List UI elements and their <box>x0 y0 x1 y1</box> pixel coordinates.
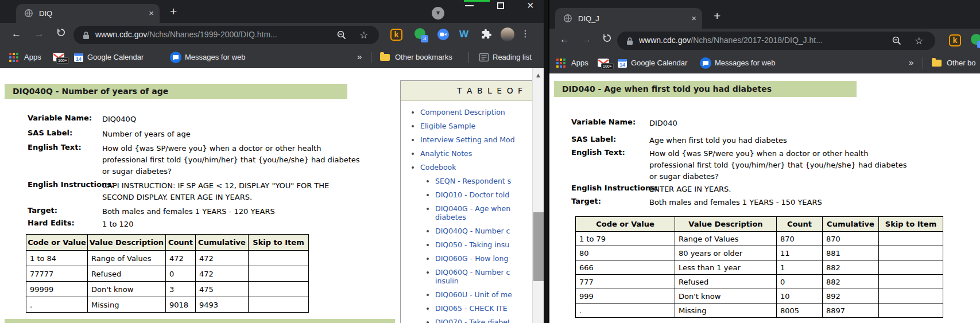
back-button[interactable]: ← <box>560 34 570 45</box>
minimize-button[interactable] <box>465 5 474 6</box>
tab-diq-j[interactable]: DIQ_J × <box>555 8 702 29</box>
scrollbar-thumb[interactable] <box>533 212 544 281</box>
tab-close-icon[interactable]: × <box>691 13 696 23</box>
cell: . <box>26 297 88 313</box>
cell: Range of Values <box>675 232 777 246</box>
cell: 8005 <box>777 303 823 318</box>
tab-search-caret[interactable]: ▾ <box>432 7 444 20</box>
folder-icon <box>380 54 390 61</box>
forward-button[interactable]: → <box>582 34 591 45</box>
toc-link-seqn[interactable]: SEQN - Respondent s <box>435 177 511 185</box>
toc-link-analytic-notes[interactable]: Analytic Notes <box>420 149 472 158</box>
globe-icon <box>24 9 33 18</box>
toc-link-diq060q[interactable]: DIQ060Q - Number c insulin <box>435 268 510 285</box>
field-value: Both males and females 1 YEARS - 120 YEA… <box>102 206 378 217</box>
k-extension-icon[interactable]: k <box>390 29 402 41</box>
bookmark-apps[interactable]: Apps <box>571 59 588 67</box>
bookmark-star-icon[interactable]: ☆ <box>915 35 923 47</box>
tab-diq[interactable]: DIQ × <box>16 4 160 23</box>
tab-close-icon[interactable]: × <box>149 8 154 18</box>
bookmarks-overflow-chevron[interactable]: » <box>909 57 913 67</box>
toc-link-diq040g[interactable]: DIQ040G - Age when diabetes <box>435 204 510 221</box>
screen: DIQ × + ▾ × ← → wwwn.cdc.gov/Nchs/Nhanes… <box>0 0 980 323</box>
apps-grid-icon[interactable] <box>9 53 18 62</box>
field-label: Variable Name: <box>571 118 636 126</box>
bookmarks-overflow-chevron[interactable]: » <box>357 52 362 61</box>
cell: 8897 <box>823 303 879 318</box>
field-label: Target: <box>28 206 57 215</box>
url-text: wwwn.cdc.gov/Nchs/Nhanes/1999-2000/DIQ.h… <box>95 30 277 39</box>
close-window-button[interactable]: × <box>527 0 534 10</box>
bookmark-google-calendar[interactable]: Google Calendar <box>87 53 144 61</box>
cell: 10 <box>777 289 823 303</box>
cell: 9493 <box>196 297 249 313</box>
new-tab-button[interactable]: + <box>170 5 177 18</box>
field-label: English Text: <box>28 143 82 151</box>
forward-button[interactable]: → <box>34 28 44 40</box>
toc-link-diq070[interactable]: DIQ070 - Take diabet <box>435 318 510 323</box>
toc-list: Component Description Eligible Sample In… <box>420 108 544 323</box>
reload-button[interactable] <box>602 33 612 43</box>
zoom-out-icon[interactable] <box>336 30 347 40</box>
other-bookmarks[interactable]: Other bo <box>947 59 976 67</box>
toc-link-diq040q[interactable]: DIQ040Q - Number c <box>435 227 510 235</box>
toc-link-diq060g[interactable]: DIQ060G - How long <box>435 254 508 263</box>
table-row: 666Less than 1 year1882 <box>576 260 943 275</box>
page-scrollbar[interactable]: ▲ <box>532 68 544 323</box>
tab-title: DIQ_J <box>578 14 599 23</box>
zoom-out-icon[interactable] <box>892 36 902 46</box>
back-button[interactable]: ← <box>11 28 21 40</box>
address-bar[interactable]: wwwn.cdc.gov/Nchs/Nhanes/2017-2018/DIQ_J… <box>617 32 935 50</box>
toc-link-diq065[interactable]: DIQ065 - CHECK ITE <box>435 304 508 313</box>
calendar-icon[interactable]: 14 <box>617 58 627 68</box>
address-bar[interactable]: wwwn.cdc.gov/Nchs/Nhanes/1999-2000/DIQ.h… <box>73 26 379 44</box>
apps-grid-icon[interactable] <box>556 59 565 68</box>
toc-link-codebook[interactable]: Codebook <box>420 163 456 172</box>
cell: Missing <box>88 297 166 313</box>
col-header: Value Description <box>88 235 166 251</box>
new-tab-button[interactable]: + <box>714 9 721 23</box>
cell: 472 <box>196 251 249 266</box>
cell: Refused <box>675 275 777 289</box>
gmail-icon[interactable]: 100+ <box>598 59 609 67</box>
toc-link-eligible-sample[interactable]: Eligible Sample <box>420 122 475 130</box>
field-label: SAS Label: <box>28 129 72 137</box>
reload-button[interactable] <box>56 28 66 37</box>
table-row: 999Don't know10892 <box>576 289 943 303</box>
bookmark-apps[interactable]: Apps <box>24 53 41 61</box>
bookmark-messages[interactable]: Messages for web <box>715 59 776 67</box>
video-camera-extension-icon[interactable] <box>437 29 449 40</box>
notification-badge: 3 <box>977 41 980 48</box>
other-bookmarks[interactable]: Other bookmarks <box>395 53 452 61</box>
messages-icon[interactable] <box>170 52 181 63</box>
right-page: DID040 - Age when first told you had dia… <box>549 73 980 323</box>
maximize-button[interactable] <box>497 2 504 9</box>
notification-badge: 3 <box>421 35 428 42</box>
toc-link-component-description[interactable]: Component Description <box>420 108 505 116</box>
bookmark-google-calendar[interactable]: Google Calendar <box>631 59 687 67</box>
toc-link-diq050[interactable]: DIQ050 - Taking insu <box>435 240 509 249</box>
gmail-icon[interactable]: 100+ <box>53 53 64 61</box>
toc-link-interview-setting[interactable]: Interview Setting and Mod <box>420 135 515 144</box>
bookmark-star-icon[interactable]: ☆ <box>359 29 368 41</box>
field-label: English Instructions: <box>28 180 114 189</box>
bookmark-messages[interactable]: Messages for web <box>185 53 246 61</box>
reading-list[interactable]: Reading list <box>493 53 532 61</box>
toc-link-diq060u[interactable]: DIQ060U - Unit of me <box>435 290 512 299</box>
notification-extension-icon[interactable]: 3 <box>415 28 425 39</box>
messages-icon[interactable] <box>700 57 711 69</box>
w-extension-icon[interactable]: W <box>459 29 468 40</box>
divider <box>468 52 469 63</box>
field-value: CAPI INSTRUCTION: IF SP AGE < 12, DISPLA… <box>102 180 378 203</box>
extensions-puzzle-icon[interactable] <box>481 29 492 40</box>
cell: Refused <box>88 266 166 282</box>
browser-menu-icon[interactable]: ⋮ <box>521 28 530 39</box>
notification-extension-icon[interactable]: 3 <box>971 34 980 45</box>
k-extension-icon[interactable]: k <box>949 34 961 46</box>
calendar-icon[interactable]: 14 <box>73 52 84 63</box>
col-header: Code or Value <box>26 235 88 251</box>
toc-link-diq010[interactable]: DIQ010 - Doctor told <box>435 190 509 199</box>
scrollbar-up-arrow[interactable]: ▲ <box>533 72 544 78</box>
next-section-header-partial <box>5 319 395 323</box>
profile-avatar[interactable] <box>501 28 514 41</box>
